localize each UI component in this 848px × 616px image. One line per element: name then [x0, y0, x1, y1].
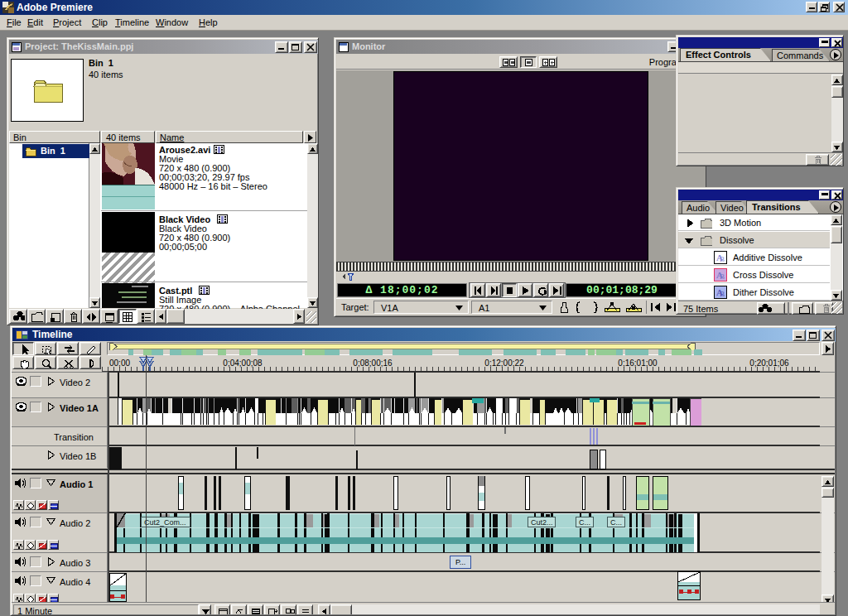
- svg-text:B: B: [720, 272, 725, 281]
- svg-text:B: B: [720, 255, 725, 263]
- svg-text:B: B: [720, 290, 725, 298]
